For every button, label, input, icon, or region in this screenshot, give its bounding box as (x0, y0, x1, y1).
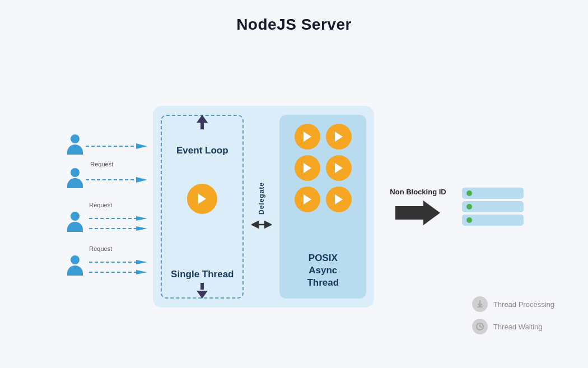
db-dot-1 (466, 190, 472, 196)
request-label-3: Request (89, 202, 112, 208)
svg-marker-3 (136, 177, 147, 183)
arrow-icon-2 (335, 132, 343, 142)
svg-marker-1 (136, 143, 147, 149)
dashed-arrow-3b (89, 225, 147, 232)
svg-marker-11 (136, 270, 147, 274)
legend-label-processing: Thread Processing (493, 300, 554, 309)
event-loop-circle (187, 184, 217, 214)
thread-waiting-icon (472, 319, 488, 334)
db-server (462, 188, 524, 226)
db-row-3 (462, 215, 524, 226)
svg-marker-9 (136, 260, 147, 264)
event-loop-box: Event Loop Single Thread (161, 115, 244, 299)
dashed-arrow-1 (86, 141, 147, 151)
user-icon-1 (64, 134, 86, 158)
posix-circle-6 (326, 187, 352, 212)
posix-circle-3 (295, 155, 320, 181)
posix-circle-5 (295, 187, 320, 212)
single-thread-label: Single Thread (171, 269, 234, 280)
db-row-1 (462, 188, 524, 199)
download-icon (475, 300, 484, 309)
posix-circle-1 (295, 124, 320, 150)
user-icon-3 (64, 212, 86, 235)
legend-item-waiting: Thread Waiting (472, 319, 554, 334)
legend-label-waiting: Thread Waiting (493, 323, 543, 331)
dashed-arrow-3a (89, 215, 147, 222)
svg-marker-7 (136, 226, 147, 231)
delegate-label: Delegate (258, 182, 265, 215)
down-arrow-icon (195, 283, 209, 299)
arrow-right-icon-main (198, 194, 206, 204)
clock-icon (475, 322, 484, 331)
legend-item-processing: Thread Processing (472, 296, 554, 312)
user-icon-2 (64, 168, 86, 192)
up-arrow-icon (195, 115, 209, 131)
double-arrow-icon (251, 218, 272, 231)
output-area: Non Blocking ID (390, 188, 446, 225)
user-icon-4 (64, 255, 86, 279)
thread-processing-icon (472, 296, 488, 312)
svg-marker-12 (197, 115, 208, 123)
page-title: NodeJS Server (236, 16, 352, 34)
posix-label: POSIXAsyncThread (307, 252, 339, 289)
posix-circle-2 (326, 124, 352, 150)
posix-box: POSIXAsyncThread (279, 115, 366, 299)
users-column: Request Request (64, 134, 147, 279)
svg-marker-15 (197, 291, 208, 299)
delegate-area: Delegate (249, 115, 274, 299)
user-row-3: Request (64, 202, 147, 235)
big-arrow-right-icon (395, 201, 440, 225)
svg-marker-19 (395, 201, 440, 225)
user-row-4: Request (64, 245, 147, 279)
diagram-container: NodeJS Server Request (0, 0, 588, 368)
svg-rect-14 (200, 283, 204, 290)
dashed-arrow-4a (89, 258, 147, 266)
svg-rect-13 (200, 123, 204, 129)
event-loop-label: Event Loop (176, 145, 228, 156)
legend: Thread Processing Thread Waiting (472, 296, 554, 334)
dashed-arrow-2 (86, 175, 147, 185)
arrow-icon-3 (304, 163, 311, 173)
db-dot-2 (466, 204, 472, 209)
request-label-4: Request (89, 245, 112, 252)
arrow-icon-4 (335, 163, 343, 173)
arrow-icon-6 (335, 194, 343, 204)
server-outer-box: Event Loop Single Thread Delegate (153, 106, 374, 308)
db-row-2 (462, 201, 524, 212)
dashed-arrow-4b (89, 268, 147, 276)
user-row-1 (64, 134, 147, 158)
non-blocking-label: Non Blocking ID (390, 188, 446, 196)
db-dot-3 (466, 217, 472, 223)
svg-marker-5 (136, 216, 147, 221)
svg-line-23 (480, 327, 482, 327)
arrow-icon-5 (304, 194, 311, 204)
arrow-icon-1 (304, 132, 311, 142)
posix-grid (295, 124, 352, 212)
request-label-2: Request (90, 161, 113, 167)
user-row-2: Request (64, 168, 147, 192)
posix-circle-4 (326, 155, 352, 181)
